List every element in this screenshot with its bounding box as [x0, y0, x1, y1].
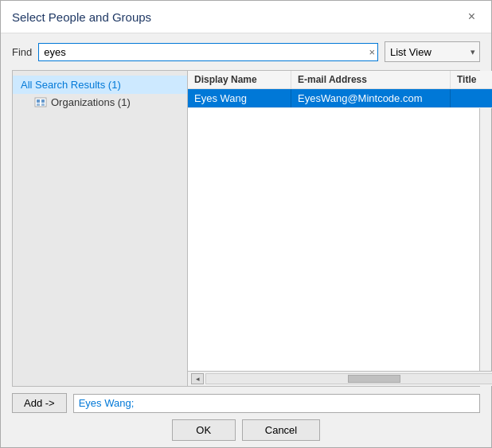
results-header: Display Name E-mail Address Title D: [188, 71, 492, 89]
bottom-area: Add -> Eyes Wang; OK Cancel: [1, 387, 491, 447]
horizontal-scrollbar: ◂ ▸: [188, 371, 492, 386]
main-area: All Search Results (1) Organizations (1): [12, 70, 480, 387]
find-label: Find: [12, 46, 32, 58]
result-cell-display-name: Eyes Wang: [188, 89, 291, 107]
view-select[interactable]: List View Details View: [385, 41, 480, 62]
close-button[interactable]: ×: [463, 9, 480, 25]
col-header-title: Title: [451, 71, 492, 88]
cancel-button[interactable]: Cancel: [242, 419, 320, 441]
right-panel: Display Name E-mail Address Title D Eyes…: [188, 71, 492, 386]
result-cell-email: EyesWang@Mintcode.com: [291, 89, 451, 107]
col-header-email: E-mail Address: [291, 71, 451, 88]
add-button[interactable]: Add ->: [12, 393, 67, 413]
dialog-title: Select People and Groups: [12, 10, 151, 24]
svg-rect-3: [37, 103, 40, 106]
org-icon: [33, 97, 48, 108]
scroll-left-button[interactable]: ◂: [191, 373, 204, 384]
svg-rect-1: [37, 99, 40, 103]
col-header-display-name: Display Name: [188, 71, 291, 88]
action-row: OK Cancel: [12, 419, 480, 441]
scroll-track[interactable]: [205, 373, 492, 384]
ok-button[interactable]: OK: [172, 419, 236, 441]
svg-rect-4: [41, 103, 45, 106]
search-bar: Find × List View Details View: [1, 33, 491, 70]
find-input[interactable]: [38, 43, 378, 61]
result-row[interactable]: Eyes Wang EyesWang@Mintcode.com: [188, 89, 492, 108]
select-people-dialog: Select People and Groups × Find × List V…: [0, 0, 492, 448]
scroll-thumb: [348, 375, 401, 383]
title-bar: Select People and Groups ×: [1, 1, 491, 33]
add-row: Add -> Eyes Wang;: [12, 393, 480, 413]
results-body: Eyes Wang EyesWang@Mintcode.com: [188, 89, 492, 371]
left-panel: All Search Results (1) Organizations (1): [13, 71, 188, 386]
tree-item-organizations[interactable]: Organizations (1): [13, 94, 187, 111]
find-input-wrap: ×: [38, 43, 378, 61]
svg-rect-2: [41, 99, 45, 103]
view-select-container: List View Details View: [385, 41, 480, 62]
clear-input-button[interactable]: ×: [369, 47, 375, 57]
tree-item-all-results[interactable]: All Search Results (1): [13, 76, 187, 94]
result-cell-title: [451, 89, 492, 107]
recipient-box[interactable]: Eyes Wang;: [73, 394, 480, 413]
